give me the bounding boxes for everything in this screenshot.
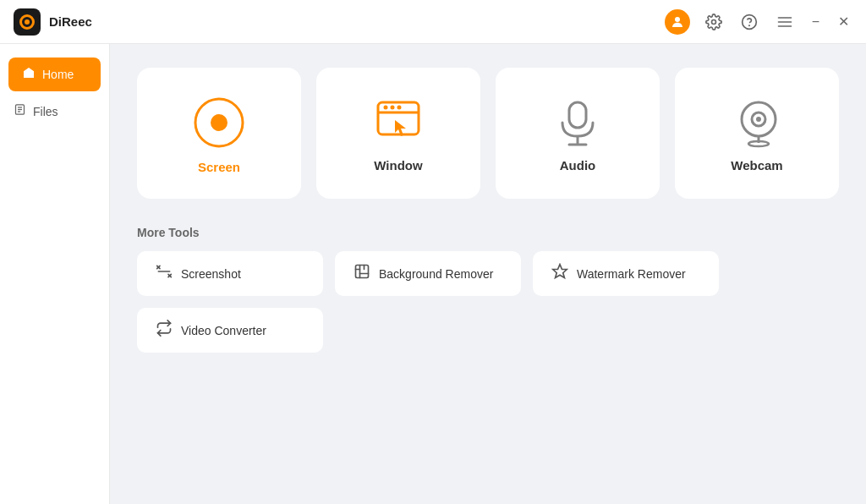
background-remover-tool[interactable]: Background Remover: [335, 251, 521, 296]
webcam-label: Webcam: [731, 158, 782, 173]
webcam-icon: [733, 99, 781, 146]
sidebar-item-home[interactable]: Home: [8, 58, 101, 91]
title-bar: DiReec: [0, 0, 866, 44]
svg-marker-35: [553, 265, 567, 278]
recording-cards-row: Screen Window: [137, 68, 839, 199]
screen-label: Screen: [198, 160, 240, 174]
tools-grid: Screenshot Background Remover: [137, 251, 839, 353]
svg-point-26: [748, 141, 769, 146]
svg-rect-32: [356, 266, 369, 278]
video-converter-label: Video Converter: [181, 324, 266, 337]
svg-point-17: [397, 106, 402, 110]
settings-icon[interactable]: [702, 10, 726, 34]
help-icon[interactable]: [737, 10, 761, 34]
title-bar-right: − ✕: [665, 9, 852, 35]
background-remover-label: Background Remover: [379, 267, 493, 281]
app-logo: [14, 8, 41, 36]
screenshot-tool[interactable]: Screenshot: [137, 251, 323, 296]
sidebar-item-files[interactable]: Files: [0, 95, 109, 128]
audio-icon: [556, 99, 600, 146]
screen-icon: [194, 97, 244, 148]
webcam-card[interactable]: Webcam: [675, 68, 839, 199]
screenshot-icon: [156, 263, 173, 284]
content-area: Screen Window: [110, 44, 866, 504]
window-card[interactable]: Window: [316, 68, 480, 199]
main-layout: Home Files: [0, 44, 866, 504]
title-bar-left: DiReec: [14, 8, 92, 36]
files-icon: [14, 103, 26, 119]
svg-point-1: [711, 19, 715, 24]
svg-point-0: [675, 17, 680, 22]
profile-icon[interactable]: [665, 9, 690, 35]
watermark-remover-tool[interactable]: Watermark Remover: [533, 251, 719, 296]
sidebar-files-label: Files: [33, 105, 58, 118]
close-button[interactable]: ✕: [835, 10, 852, 33]
more-tools-section: More Tools Screenshot: [137, 226, 839, 353]
more-tools-title: More Tools: [137, 226, 839, 239]
window-icon: [375, 99, 422, 146]
svg-point-16: [391, 106, 395, 110]
background-remover-icon: [354, 263, 370, 284]
audio-card[interactable]: Audio: [496, 68, 660, 199]
svg-point-24: [756, 117, 761, 122]
svg-point-15: [384, 106, 388, 110]
svg-point-12: [211, 114, 227, 131]
svg-rect-19: [569, 102, 586, 128]
home-icon: [22, 66, 36, 83]
sidebar: Home Files: [0, 44, 110, 504]
video-converter-icon: [156, 320, 173, 341]
sidebar-home-label: Home: [42, 68, 74, 81]
watermark-remover-icon: [551, 263, 568, 284]
audio-label: Audio: [560, 158, 596, 173]
screenshot-label: Screenshot: [181, 267, 241, 281]
app-name: DiReec: [49, 14, 92, 29]
video-converter-tool[interactable]: Video Converter: [137, 308, 323, 353]
window-label: Window: [374, 158, 422, 173]
minimize-button[interactable]: −: [808, 11, 823, 33]
watermark-remover-label: Watermark Remover: [577, 267, 686, 281]
menu-icon[interactable]: [773, 10, 797, 34]
screen-card[interactable]: Screen: [137, 68, 301, 199]
